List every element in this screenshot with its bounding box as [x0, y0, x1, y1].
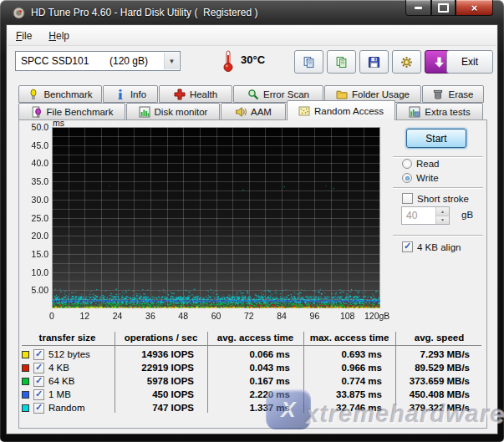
drive-model: SPCC SSD101 — [21, 55, 89, 67]
titlebar: HD Tune Pro 4.60 - Hard Disk Utility ( R… — [0, 0, 504, 25]
operations-per-sec: 747 IOPS — [115, 403, 207, 413]
tab-aam[interactable]: AAM — [221, 103, 286, 120]
max-access-time: 0.966 ms — [303, 363, 395, 373]
temperature-value: 30°C — [241, 53, 265, 66]
write-option[interactable]: Write — [402, 173, 439, 183]
read-option[interactable]: Read — [402, 159, 440, 169]
series-color-swatch — [22, 351, 29, 358]
start-button[interactable]: Start — [406, 129, 466, 148]
menu-help[interactable]: Help — [40, 28, 78, 44]
access-time-scatter-plot — [52, 127, 380, 308]
y-tick-label: 40.0 — [20, 158, 48, 168]
short-stroke-option[interactable]: ✓ Short stroke — [402, 193, 469, 204]
y-tick-label: 10.0 — [20, 267, 48, 277]
minimize-icon — [415, 7, 422, 9]
x-tick-label: 48 — [168, 311, 198, 321]
column-header-transfer-size: transfer size — [20, 333, 115, 343]
operations-per-sec: 5978 IOPS — [115, 376, 207, 386]
x-axis-end-label: 120gB — [364, 311, 389, 321]
options-button[interactable] — [392, 50, 421, 74]
x-tick-label: 12 — [69, 311, 99, 321]
spin-up-icon[interactable]: ▲ — [436, 207, 449, 216]
folder-icon — [336, 89, 348, 100]
tab-label: Disk monitor — [155, 107, 208, 117]
y-tick-label: 25.0 — [20, 213, 48, 223]
avg-speed: 379.322 MB/s — [395, 403, 483, 413]
x-tick-label: 24 — [103, 311, 133, 321]
max-access-time: 0.693 ms — [303, 349, 395, 359]
short-stroke-checkbox[interactable]: ✓ — [402, 193, 413, 204]
write-label: Write — [416, 173, 439, 183]
save-button[interactable] — [359, 50, 389, 74]
write-radio[interactable] — [402, 173, 412, 183]
health-icon — [174, 89, 186, 100]
benchmark-icon — [28, 89, 39, 100]
header-underline — [22, 345, 481, 346]
column-divider — [115, 332, 115, 413]
tab-benchmark[interactable]: Benchmark — [18, 85, 102, 103]
column-header-avg-access-time: avg. access time — [207, 333, 303, 343]
tab-info[interactable]: Info — [103, 85, 158, 103]
tab-label: Info — [130, 89, 146, 99]
copy-image-icon — [335, 56, 348, 69]
x-tick-label: 84 — [267, 311, 297, 321]
speaker-icon — [235, 106, 247, 118]
menu-file[interactable]: File — [8, 28, 40, 44]
drive-select-dropdown[interactable]: SPCC SSD101 (120 gB) ▼ — [15, 51, 181, 71]
series-checkbox[interactable]: ✓ — [33, 363, 44, 373]
tab-disk-monitor[interactable]: Disk monitor — [126, 103, 220, 120]
x-tick-label: 60 — [201, 311, 232, 321]
spin-down-icon[interactable]: ▼ — [436, 216, 449, 225]
avg-access-time: 0.167 ms — [207, 376, 303, 386]
copy-icon — [303, 56, 315, 69]
tab-file-benchmark[interactable]: File Benchmark — [18, 103, 125, 120]
tab-health[interactable]: Health — [159, 85, 232, 103]
app-icon — [13, 7, 25, 19]
exit-button[interactable]: Exit — [446, 50, 493, 74]
column-header-operations-sec: operations / sec — [115, 333, 207, 343]
series-checkbox[interactable]: ✓ — [33, 349, 44, 360]
window-title: HD Tune Pro 4.60 - Hard Disk Utility ( R… — [31, 7, 257, 18]
error-scan-icon — [247, 89, 259, 100]
series-checkbox[interactable]: ✓ — [33, 389, 44, 400]
y-tick-label: 5.00 — [20, 285, 48, 295]
series-color-swatch — [22, 404, 29, 412]
separator — [393, 187, 483, 188]
close-icon: × — [471, 3, 478, 13]
column-divider — [207, 332, 208, 413]
series-checkbox[interactable]: ✓ — [33, 376, 44, 387]
short-stroke-label: Short stroke — [417, 194, 469, 204]
series-checkbox[interactable]: ✓ — [33, 403, 44, 414]
random-access-icon — [298, 105, 310, 117]
operations-per-sec: 22919 IOPS — [115, 363, 207, 373]
maximize-button[interactable] — [431, 0, 456, 16]
copy-to-clipboard-button[interactable] — [294, 50, 323, 74]
tab-erase[interactable]: Erase — [422, 85, 484, 103]
close-button[interactable]: × — [456, 0, 493, 16]
tab-label: File Benchmark — [47, 107, 114, 117]
align-option[interactable]: ✓ 4 KB align — [402, 241, 461, 252]
results-table: transfer sizeoperations / secavg. access… — [20, 331, 483, 414]
short-stroke-value: 40 — [406, 210, 417, 221]
copy-image-button[interactable] — [327, 50, 356, 74]
tab-label: Folder Usage — [352, 89, 410, 99]
y-tick-label: 15.0 — [20, 249, 48, 259]
x-tick-label: 96 — [299, 311, 329, 321]
tab-extra-tests[interactable]: Extra tests — [396, 103, 483, 120]
toolbar-buttons — [294, 50, 454, 74]
column-header-max-access-time: max. access time — [303, 333, 395, 343]
tab-random-access[interactable]: Random Access — [287, 100, 395, 120]
tab-label: Erase — [448, 89, 473, 99]
max-access-time: 32.746 ms — [303, 403, 395, 413]
minimize-button[interactable] — [405, 0, 431, 16]
y-tick-label: 35.0 — [20, 176, 48, 186]
read-radio[interactable] — [402, 159, 412, 169]
short-stroke-size-spinner[interactable]: 40 ▲ ▼ — [401, 206, 450, 225]
max-access-time: 33.875 ms — [303, 389, 395, 399]
tab-label: Health — [190, 89, 217, 99]
tab-row-2: File BenchmarkDisk monitorAAMRandom Acce… — [18, 103, 484, 120]
align-checkbox[interactable]: ✓ — [402, 241, 413, 252]
tab-row-1: BenchmarkInfoHealthError ScanFolder Usag… — [18, 85, 485, 103]
operations-per-sec: 14936 IOPS — [115, 349, 207, 359]
thermometer-icon — [221, 49, 236, 73]
